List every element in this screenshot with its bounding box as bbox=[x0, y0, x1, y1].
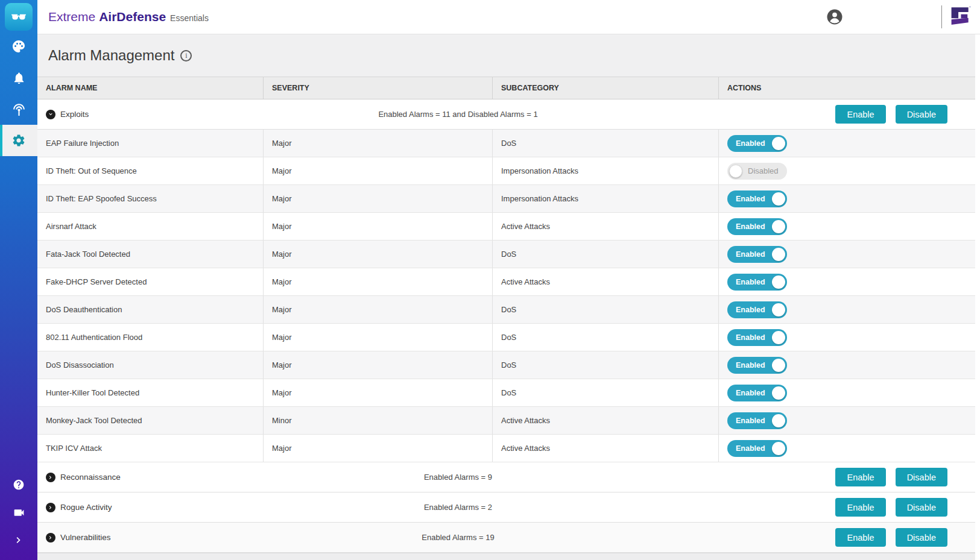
alarm-group-row-rogue-activity: Rogue Activity Enabled Alarms = 2 Enable… bbox=[37, 492, 975, 523]
enable-button[interactable]: Enable bbox=[835, 528, 885, 547]
toggle-state-label: Enabled bbox=[736, 139, 765, 148]
alarm-row: TKIP ICV Attack Major Active Attacks Ena… bbox=[37, 435, 975, 462]
sensor-antenna-icon bbox=[11, 102, 27, 117]
alarm-name: Fata-Jack Tool Detected bbox=[37, 241, 264, 268]
column-header-alarm-name[interactable]: ALARM NAME bbox=[37, 77, 264, 99]
toggle-state-label: Enabled bbox=[736, 389, 765, 397]
group-name: Vulnerabilities bbox=[60, 533, 111, 542]
user-avatar-icon[interactable] bbox=[826, 8, 844, 26]
enable-button[interactable]: Enable bbox=[835, 498, 885, 517]
palette-icon bbox=[11, 39, 26, 54]
alarm-severity: Minor bbox=[264, 407, 493, 434]
group-toggle-expander[interactable]: Vulnerabilities bbox=[46, 533, 111, 543]
alarm-name: Hunter-Killer Tool Detected bbox=[37, 379, 264, 406]
disable-button[interactable]: Disable bbox=[896, 528, 947, 547]
alarm-state-toggle[interactable]: Enabled bbox=[727, 440, 787, 457]
alarm-state-toggle[interactable]: Enabled bbox=[727, 301, 787, 318]
alarm-state-toggle[interactable]: Enabled bbox=[727, 385, 787, 401]
alarm-row: DoS Disassociation Major DoS Enabled bbox=[37, 351, 975, 379]
extreme-logo-icon[interactable]: ® bbox=[949, 5, 971, 28]
alarm-state-toggle[interactable]: Enabled bbox=[727, 135, 787, 152]
alarm-state-toggle[interactable]: Enabled bbox=[727, 218, 787, 235]
alarm-state-toggle[interactable]: Disabled bbox=[727, 163, 787, 180]
info-icon[interactable]: i bbox=[180, 50, 192, 61]
chevron-right-circle-icon bbox=[46, 503, 55, 512]
enable-button[interactable]: Enable bbox=[835, 105, 885, 124]
main-content: Alarm Management i ALARM NAME SEVERITY S… bbox=[37, 34, 980, 560]
alarm-state-toggle[interactable]: Enabled bbox=[727, 357, 787, 374]
alarm-name: DoS Disassociation bbox=[37, 351, 264, 379]
brand-name: AirDefense bbox=[99, 10, 166, 24]
alarm-severity: Major bbox=[264, 296, 493, 323]
alarm-row: Fata-Jack Tool Detected Major DoS Enable… bbox=[37, 241, 975, 268]
alarm-subcategory: DoS bbox=[493, 324, 719, 351]
toggle-knob bbox=[729, 165, 742, 178]
enable-button[interactable]: Enable bbox=[835, 468, 885, 486]
toggle-knob bbox=[772, 137, 785, 150]
toggle-state-label: Enabled bbox=[736, 306, 765, 314]
disable-button[interactable]: Disable bbox=[896, 498, 947, 517]
alarm-state-toggle[interactable]: Enabled bbox=[727, 190, 787, 207]
toggle-state-label: Enabled bbox=[736, 361, 765, 370]
alarm-name: ID Theft: Out of Sequence bbox=[37, 157, 264, 184]
brand-edition: Essentials bbox=[170, 13, 209, 23]
sidebar-item-alarms[interactable] bbox=[0, 62, 37, 93]
column-header-subcategory[interactable]: SUBCATEGORY bbox=[493, 77, 719, 99]
chevron-down-circle-icon bbox=[46, 110, 55, 119]
alarm-subcategory: Impersonation Attacks bbox=[493, 157, 719, 184]
disable-button[interactable]: Disable bbox=[896, 468, 947, 486]
alarm-table: ALARM NAME SEVERITY SUBCATEGORY ACTIONS … bbox=[37, 77, 980, 560]
alarm-state-toggle[interactable]: Enabled bbox=[727, 274, 787, 291]
alarm-subcategory: Impersonation Attacks bbox=[493, 185, 719, 212]
sidebar-item-tutorials[interactable] bbox=[0, 499, 37, 526]
alarm-subcategory: DoS bbox=[493, 296, 719, 323]
alarm-row: 802.11 Authentication Flood Major DoS En… bbox=[37, 324, 975, 351]
alarm-group-row-reconnaissance: Reconnaissance Enabled Alarms = 9 Enable… bbox=[37, 462, 975, 492]
top-header: Extreme AirDefense Essentials ® bbox=[37, 0, 980, 34]
topbar-right: ® bbox=[826, 5, 980, 28]
toggle-knob bbox=[772, 192, 785, 206]
group-toggle-expander[interactable]: Rogue Activity bbox=[46, 503, 112, 512]
alarm-name: 802.11 Authentication Flood bbox=[37, 324, 264, 351]
alarm-severity: Major bbox=[264, 351, 493, 379]
alarm-severity: Major bbox=[264, 268, 493, 295]
alarm-subcategory: Active Attacks bbox=[493, 407, 719, 434]
video-camera-icon bbox=[13, 506, 25, 519]
sidebar-item-dashboard[interactable] bbox=[0, 31, 37, 62]
brand: Extreme AirDefense Essentials bbox=[37, 10, 209, 24]
sidebar-item-network[interactable] bbox=[0, 93, 37, 125]
alarm-subcategory: Active Attacks bbox=[493, 435, 719, 462]
column-header-actions: ACTIONS bbox=[719, 77, 975, 99]
alarm-severity: Major bbox=[264, 241, 493, 268]
group-name: Reconnaissance bbox=[60, 473, 121, 482]
alarm-subcategory: DoS bbox=[493, 379, 719, 406]
sidebar-expand[interactable] bbox=[0, 526, 37, 554]
column-header-severity[interactable]: SEVERITY bbox=[264, 77, 493, 99]
toggle-knob bbox=[772, 275, 785, 289]
toggle-state-label: Enabled bbox=[736, 278, 765, 286]
group-summary: Enabled Alarms = 11 and Disabled Alarms … bbox=[37, 110, 879, 119]
alarm-severity: Major bbox=[264, 130, 493, 157]
airdefense-logo-tile[interactable] bbox=[5, 3, 33, 31]
toggle-knob bbox=[772, 442, 785, 455]
scrollbar-track[interactable] bbox=[975, 34, 980, 560]
sidebar-item-settings[interactable] bbox=[0, 125, 37, 156]
toggle-knob bbox=[772, 248, 785, 261]
chevron-right-circle-icon bbox=[46, 533, 55, 543]
alarm-severity: Major bbox=[264, 157, 493, 184]
toggle-state-label: Disabled bbox=[748, 166, 779, 175]
alarm-state-toggle[interactable]: Enabled bbox=[727, 412, 787, 429]
alarm-name: DoS Deauthentication bbox=[37, 296, 264, 323]
alarm-row: Fake-DHCP Server Detected Major Active A… bbox=[37, 268, 975, 296]
group-toggle-expander[interactable]: Reconnaissance bbox=[46, 473, 121, 482]
alarm-name: ID Theft: EAP Spoofed Success bbox=[37, 185, 264, 212]
alarm-state-toggle[interactable]: Enabled bbox=[727, 329, 787, 346]
toggle-state-label: Enabled bbox=[736, 444, 765, 453]
partial-next-row bbox=[37, 553, 975, 560]
disable-button[interactable]: Disable bbox=[896, 105, 947, 124]
sidebar-item-help[interactable] bbox=[0, 471, 37, 499]
alarm-name: EAP Failure Injection bbox=[37, 130, 264, 157]
group-toggle-expander[interactable]: Exploits bbox=[46, 110, 89, 119]
alarm-state-toggle[interactable]: Enabled bbox=[727, 246, 787, 263]
table-header-row: ALARM NAME SEVERITY SUBCATEGORY ACTIONS bbox=[37, 77, 975, 99]
